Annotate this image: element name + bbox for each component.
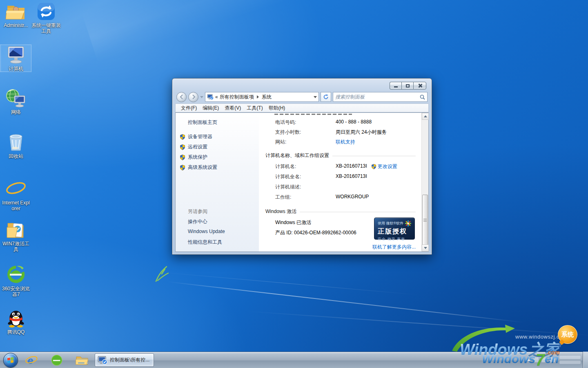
menu-view[interactable]: 查看(V) [222, 104, 244, 112]
workgroup-row: 工作组: WORKGROUP [275, 194, 369, 201]
system-control-panel-window: « 所有控制面板项 系统 文件(F) 编辑(E) 查看(V) 工具(T) 帮助(… [172, 78, 432, 255]
uac-shield-icon [180, 165, 185, 171]
system-page-icon [207, 94, 214, 100]
back-button[interactable] [176, 92, 187, 102]
section-title: Windows 激活 [265, 208, 296, 215]
vertical-scrollbar[interactable] [421, 113, 428, 251]
taskbar-360-browser[interactable] [47, 353, 66, 368]
desktop-icon-administrator-folder[interactable]: Administr... [1, 2, 31, 28]
breadcrumb-chevrons[interactable]: « [215, 94, 218, 100]
tray-clock-obscured[interactable] [559, 356, 581, 364]
sidebar-advanced-settings[interactable]: 高级系统设置 [180, 164, 217, 171]
desktop-icon-win7-activator[interactable]: WIN7激活工具 [1, 220, 31, 252]
taskbar-windows-explorer[interactable] [73, 353, 91, 368]
menu-help[interactable]: 帮助(H) [266, 104, 288, 112]
sidebar-control-panel-home[interactable]: 控制面板主页 [188, 119, 217, 126]
tray-expand-icon[interactable] [527, 359, 530, 361]
close-button[interactable] [413, 82, 426, 90]
sidebar-device-manager[interactable]: 设备管理器 [180, 133, 212, 140]
sidebar-windows-update[interactable]: Windows Update [188, 229, 225, 234]
support-hours-row: 支持小时数: 周日至周六 24小时服务 [275, 129, 387, 136]
refresh-button[interactable] [321, 92, 331, 102]
desktop-icon-360-browser[interactable]: 360安全浏览器7 [1, 265, 31, 297]
360-browser-icon [51, 354, 63, 366]
menu-bar: 文件(F) 编辑(E) 查看(V) 工具(T) 帮助(H) [175, 103, 429, 112]
desktop-icon-label: Administr... [1, 22, 31, 28]
section-rule [332, 156, 416, 156]
see-also-header: 另请参阅 [188, 208, 207, 215]
sidebar-task-label: 远程设置 [188, 144, 207, 150]
full-name-value: XB-20160713I [336, 173, 367, 180]
clipped-scrolled-text [274, 114, 352, 115]
sidebar-system-protection[interactable]: 系统保护 [180, 154, 207, 161]
change-settings[interactable]: 更改设置 [371, 163, 397, 170]
address-dropdown-icon[interactable] [314, 96, 317, 98]
tray-icon-placeholder[interactable] [550, 357, 555, 362]
system-tray[interactable] [527, 352, 581, 368]
desktop-icon-tencent-qq[interactable]: 腾讯QQ [1, 308, 31, 335]
windows-activation-section-header: Windows 激活 [265, 208, 416, 215]
uac-shield-icon [180, 155, 185, 160]
phone-label: 电话号码: [275, 119, 336, 126]
section-rule [300, 212, 416, 212]
tray-icon-placeholder[interactable] [541, 357, 547, 362]
tray-icon-placeholder[interactable] [533, 357, 539, 362]
scrollbar-thumb[interactable] [422, 195, 428, 245]
menu-tools[interactable]: 工具(T) [244, 104, 265, 112]
menu-file[interactable]: 文件(F) [178, 104, 200, 112]
qq-penguin-icon [1, 308, 31, 328]
desktop-icon-label: 网络 [1, 109, 31, 115]
desktop-icon-computer[interactable]: 计算机 [1, 45, 31, 72]
desktop-icon-reinstall-tool[interactable]: 系统一键重装工具 [31, 2, 61, 34]
computer-name-label: 计算机名: [275, 163, 336, 170]
sidebar-task-label: 设备管理器 [188, 133, 212, 140]
internet-explorer-icon: e [1, 179, 31, 199]
phone-value: 400 - 888 - 8888 [336, 119, 372, 126]
genuine-star-icon [405, 220, 412, 227]
activation-status-row: Windows 已激活 [275, 219, 311, 226]
minimize-button[interactable] [390, 82, 401, 90]
breadcrumb-root[interactable]: 所有控制面板项 [220, 94, 254, 101]
scroll-down-button[interactable] [422, 245, 429, 251]
wallpaper-light-arc [167, 281, 525, 323]
workgroup-label: 工作组: [275, 194, 336, 201]
taskbar-internet-explorer[interactable]: e [22, 353, 41, 368]
desktop-icon-internet-explorer[interactable]: e Internet Explorer [1, 179, 31, 211]
search-icon[interactable] [420, 94, 425, 100]
back-arrow-icon [179, 94, 184, 99]
start-button[interactable] [3, 353, 18, 368]
scroll-down-icon [424, 247, 427, 249]
search-input[interactable] [335, 94, 420, 100]
show-desktop-button[interactable] [583, 352, 588, 368]
learn-more-online-link[interactable]: 联机了解更多内容... [372, 244, 416, 251]
search-box[interactable] [333, 92, 428, 102]
recent-pages-dropdown[interactable] [200, 96, 203, 98]
support-hours-label: 支持小时数: [275, 129, 336, 136]
sidebar-task-label: 系统保护 [188, 154, 207, 161]
menu-edit[interactable]: 编辑(E) [200, 104, 222, 112]
reinstall-tool-icon [31, 2, 61, 21]
product-id: 产品 ID: 00426-OEM-8992662-00006 [275, 229, 356, 236]
desktop-icon-recycle-bin[interactable]: 回收站 [1, 132, 31, 159]
desktop-icon-label: 计算机 [1, 66, 31, 72]
address-bar[interactable]: « 所有控制面板项 系统 [205, 92, 319, 102]
desktop-icon-label: 360安全浏览器7 [1, 286, 31, 297]
genuine-microsoft-badge[interactable]: 使用 微软®软件 正版授权 安全 稳定 声誉 [374, 218, 415, 240]
online-support-link[interactable]: 联机支持 [336, 139, 355, 146]
taskbar-active-window-control-panel[interactable]: 控制面板\所有控... [95, 353, 154, 367]
phone-row: 电话号码: 400 - 888 - 8888 [275, 119, 372, 126]
breadcrumb-current[interactable]: 系统 [262, 94, 272, 101]
forward-button[interactable] [188, 92, 198, 102]
refresh-icon [323, 94, 329, 100]
sidebar-remote-settings[interactable]: 远程设置 [180, 144, 207, 150]
windows-flag-icon [7, 357, 14, 363]
sidebar-performance-tools[interactable]: 性能信息和工具 [188, 239, 222, 246]
sidebar-action-center[interactable]: 操作中心 [188, 218, 207, 225]
scroll-up-button[interactable] [422, 113, 429, 120]
system-window-icon [98, 355, 107, 365]
desktop: { "desktop": { "icons": [ { "label": "Ad… [0, 0, 588, 368]
user-folder-icon [1, 2, 31, 21]
desktop-icon-network[interactable]: 网络 [1, 88, 31, 115]
change-settings-link[interactable]: 更改设置 [378, 163, 397, 170]
maximize-button[interactable] [401, 82, 413, 90]
